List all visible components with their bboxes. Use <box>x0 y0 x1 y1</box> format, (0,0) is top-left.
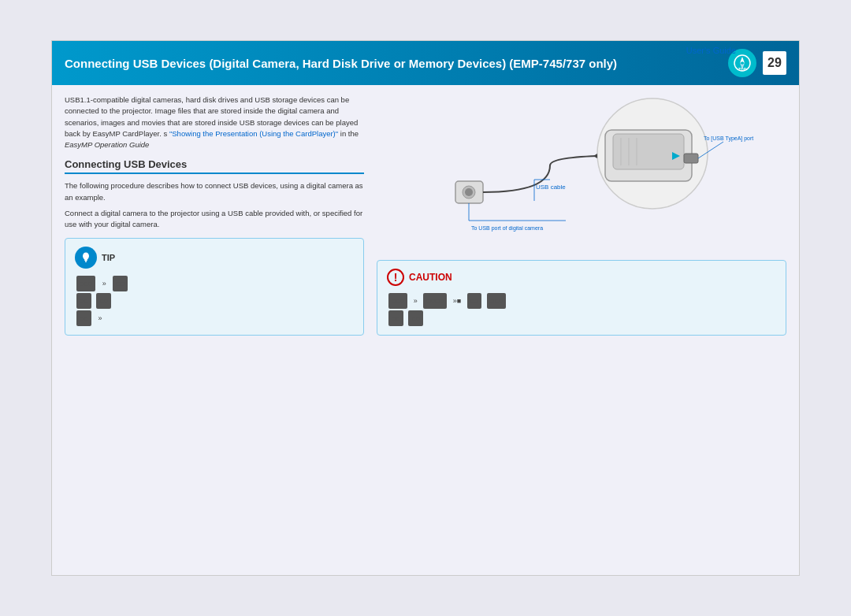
intro-text: USB1.1-compatible digital cameras, hard … <box>65 95 364 150</box>
tip-header: TIP <box>75 247 354 269</box>
caution-header: ! CAUTION <box>387 269 776 286</box>
caution-label: CAUTION <box>409 272 452 283</box>
diagram-svg: USB cable To [USB TypeA] port To USB por… <box>377 95 786 252</box>
users-guide-label: User's Guide <box>686 46 736 55</box>
tip-label: TIP <box>102 253 115 262</box>
caution-box: ! CAUTION ■■■ » ■■■■ »■ ■■ ■■■ ■■ ■■ <box>377 260 786 336</box>
tip-box: TIP ■■■ » ■■ ■■ ■■ ■■ » <box>65 238 364 336</box>
svg-text:To [USB TypeA] port: To [USB TypeA] port <box>704 135 753 142</box>
svg-rect-5 <box>84 259 87 261</box>
caution-line-1: ■■■ » ■■■■ »■ ■■ ■■■ <box>387 292 776 310</box>
caution-icon: ! <box>387 269 404 286</box>
header-title: Connecting USB Devices (Digital Camera, … <box>65 57 728 70</box>
svg-marker-14 <box>593 154 597 158</box>
svg-point-13 <box>465 188 473 196</box>
section-heading: Connecting USB Devices <box>65 158 364 174</box>
svg-text:USB cable: USB cable <box>536 184 566 191</box>
tip-icon <box>75 247 97 269</box>
caution-line-2: ■■ ■■ <box>387 310 776 327</box>
page-number: 29 <box>763 51 786 75</box>
header-right: TOP 29 <box>728 49 786 77</box>
body-text-2: Connect a digital camera to the projecto… <box>65 208 364 231</box>
main-content: USB1.1-compatible digital cameras, hard … <box>52 85 799 345</box>
page-container: User's Guide Connecting USB Devices (Dig… <box>51 40 800 576</box>
tip-content: ■■■ » ■■ ■■ ■■ ■■ » <box>75 275 354 327</box>
left-column: USB1.1-compatible digital cameras, hard … <box>65 95 364 336</box>
body-text-1: The following procedure describes how to… <box>65 180 364 203</box>
diagram-area: USB cable To [USB TypeA] port To USB por… <box>377 95 786 252</box>
right-column: USB cable To [USB TypeA] port To USB por… <box>377 95 786 336</box>
svg-text:TOP: TOP <box>738 67 747 72</box>
tip-line-3: ■■ » <box>75 310 354 327</box>
caution-content: ■■■ » ■■■■ »■ ■■ ■■■ ■■ ■■ <box>387 292 776 327</box>
tip-line-1: ■■■ » ■■ <box>75 275 354 292</box>
intro-link[interactable]: "Showing the Presentation (Using the Car… <box>169 129 338 138</box>
tip-line-2: ■■ ■■ <box>75 292 354 310</box>
svg-text:To USB port of digital camera: To USB port of digital camera <box>471 225 543 232</box>
svg-rect-10 <box>684 154 698 163</box>
svg-point-4 <box>83 253 89 260</box>
svg-rect-9 <box>613 134 684 169</box>
